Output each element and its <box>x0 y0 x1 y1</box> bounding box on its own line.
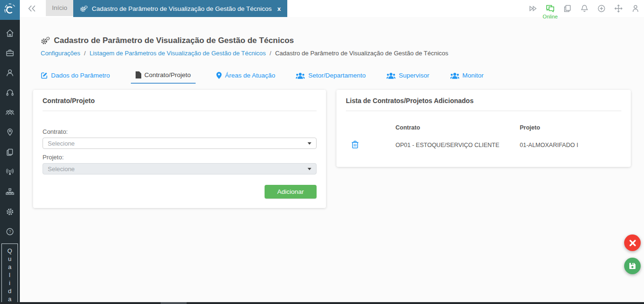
edit-icon <box>41 72 48 79</box>
contrato-label: Contrato: <box>43 128 317 135</box>
tab-setor-departamento[interactable]: Setor/Departamento <box>296 72 366 84</box>
contrato-column-header: Contrato <box>395 124 520 140</box>
chevron-down-icon <box>308 142 311 145</box>
topbar-tab-active[interactable]: Cadastro de Parâmetro de Visualização de… <box>73 0 287 17</box>
contrato-select-value: Selecione <box>48 140 75 147</box>
page-title: Cadastro de Parâmetro de Visualização de… <box>41 36 644 45</box>
contrato-select[interactable]: Selecione <box>43 138 317 149</box>
card-title: Lista de Contratos/Projetos Adicionados <box>346 97 621 111</box>
breadcrumb-separator: / <box>270 50 272 57</box>
file-icon <box>136 71 141 78</box>
users-group-icon[interactable] <box>5 108 15 117</box>
card-title: Contrato/Projeto <box>43 97 317 111</box>
svg-text:?: ? <box>9 229 11 234</box>
projeto-select-value: Selecione <box>48 165 75 173</box>
map-pin-icon[interactable] <box>5 128 15 137</box>
copy-icon[interactable] <box>5 148 15 157</box>
gear-icon[interactable] <box>5 207 15 217</box>
breadcrumb-separator: / <box>84 50 86 57</box>
gears-icon <box>41 36 50 45</box>
chevron-down-icon <box>308 168 311 170</box>
help-icon[interactable]: ? <box>5 227 15 236</box>
scrollbar-thumb[interactable] <box>161 302 187 304</box>
logo-icon <box>3 3 17 17</box>
tab-supervisor[interactable]: Supervisor <box>386 72 429 84</box>
users-icon <box>450 72 459 79</box>
projeto-select[interactable]: Selecione <box>43 163 317 174</box>
duplicate-icon[interactable] <box>563 4 572 13</box>
contrato-projeto-card: Contrato/Projeto Contrato: Selecione Pro… <box>33 90 326 208</box>
projeto-cell: 01-ALMOXARIFADO I <box>520 140 621 153</box>
topbar-tab-inicio[interactable]: Início <box>46 0 73 16</box>
topbar-tab-strip: Início Cadastro de Parâmetro de Visualiz… <box>46 0 287 17</box>
trash-icon <box>352 140 359 148</box>
broadcast-icon[interactable] <box>5 167 15 177</box>
save-button[interactable] <box>624 258 641 274</box>
app-window: ? Qualidade Início Cadastro de Parâmetro… <box>0 0 644 304</box>
form-tabs: Dados do Parâmetro Contrato/Projeto Área… <box>41 71 644 84</box>
breadcrumb: Configurações / Listagem de Parâmetros d… <box>41 50 644 57</box>
cancel-button[interactable] <box>624 235 641 251</box>
lista-contratos-card: Lista de Contratos/Projetos Adicionados … <box>336 90 631 167</box>
users-icon <box>296 72 305 79</box>
profile-icon[interactable] <box>631 4 640 13</box>
map-pin-icon <box>216 72 222 79</box>
contrato-cell: OP01 - ESTOQUE/SERVIÇO CLIENTE <box>395 140 520 153</box>
add-circle-icon[interactable] <box>597 4 606 13</box>
adicionar-button[interactable]: Adicionar <box>265 185 317 199</box>
tab-contrato-projeto[interactable]: Contrato/Projeto <box>131 71 196 84</box>
headset-icon[interactable] <box>5 88 15 97</box>
home-icon[interactable] <box>5 28 15 38</box>
projeto-label: Projeto: <box>43 154 317 161</box>
sitemap-icon[interactable] <box>5 187 15 197</box>
fast-forward-icon[interactable] <box>528 4 538 13</box>
move-icon[interactable] <box>614 4 623 13</box>
tab-monitor[interactable]: Monitor <box>450 72 484 84</box>
main-content: Cadastro de Parâmetro de Visualização de… <box>20 17 644 304</box>
sidebar-nav: ? <box>0 20 20 236</box>
close-icon <box>629 240 636 246</box>
sidebar-item-qualidade[interactable]: Qualidade <box>1 243 18 304</box>
topbar: Início Cadastro de Parâmetro de Visualiz… <box>20 0 644 17</box>
close-tab-icon[interactable]: x <box>277 5 281 12</box>
gears-icon <box>80 5 88 12</box>
user-icon[interactable] <box>5 68 15 78</box>
online-status-label: Online <box>543 14 558 19</box>
breadcrumb-current: Cadastro de Parâmetro de Visualização de… <box>275 50 448 57</box>
topbar-tab-active-label: Cadastro de Parâmetro de Visualização de… <box>92 5 272 12</box>
breadcrumb-configuracoes[interactable]: Configurações <box>41 50 80 57</box>
save-icon <box>629 262 636 269</box>
projeto-column-header: Projeto <box>520 124 621 140</box>
tab-areas-de-atuacao[interactable]: Áreas de Atuação <box>216 72 275 84</box>
actions-column-header <box>346 124 395 140</box>
topbar-actions: Online <box>528 0 640 17</box>
delete-row-button[interactable] <box>346 140 359 150</box>
sidebar: ? Qualidade <box>0 0 20 304</box>
breadcrumb-listagem[interactable]: Listagem de Parâmetros de Visualização d… <box>89 50 266 57</box>
horizontal-scrollbar <box>0 302 644 304</box>
contratos-table: Contrato Projeto <box>346 124 621 153</box>
briefcase-icon[interactable] <box>5 48 15 58</box>
tab-dados-do-parametro[interactable]: Dados do Parâmetro <box>41 72 110 84</box>
collapse-tabs-icon[interactable] <box>27 4 37 13</box>
table-row: OP01 - ESTOQUE/SERVIÇO CLIENTE 01-ALMOXA… <box>346 140 621 153</box>
bell-icon[interactable] <box>580 4 589 13</box>
chat-icon[interactable] <box>545 4 555 13</box>
users-icon <box>386 72 395 79</box>
app-logo <box>0 0 20 20</box>
chat-status: Online <box>545 4 555 13</box>
